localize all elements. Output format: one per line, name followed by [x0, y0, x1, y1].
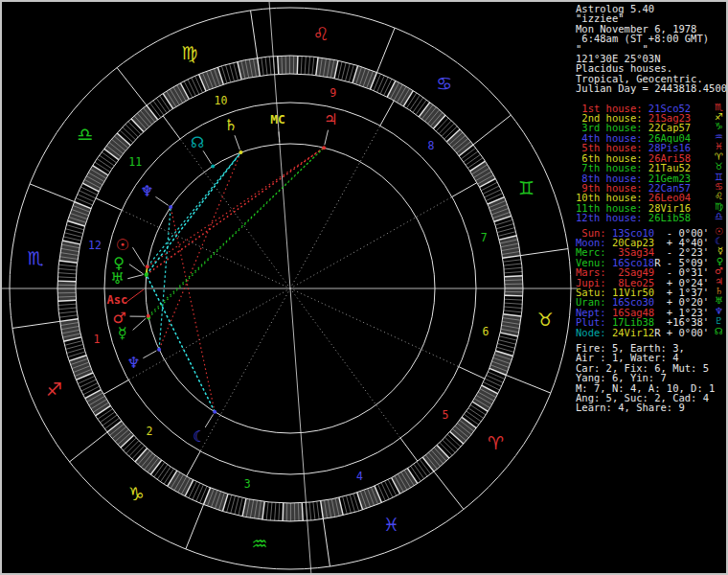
house-number-2: 2 — [147, 425, 153, 438]
planet-dot-mars — [147, 314, 150, 318]
sign-glyph-leo: ♌ — [313, 23, 330, 44]
degree-tick — [283, 503, 284, 521]
planet-dot-uranus — [145, 273, 148, 277]
planet-position-value: 24Vir12 — [612, 327, 654, 338]
element-summary: Fire: 5, Earth: 3,Air : 1, Water: 4Car: … — [576, 343, 725, 413]
planet-glyph-neptune: ♆ — [126, 354, 140, 372]
planet-dot-node — [211, 164, 215, 168]
degree-band-sector — [57, 281, 76, 301]
planet-glyph-node: ☊ — [191, 133, 204, 151]
planet-glyph-saturn: ♄ — [224, 116, 238, 134]
house-number-3: 3 — [244, 477, 251, 491]
planet-icon: ☊ — [715, 327, 723, 336]
planet-dot-neptune — [157, 348, 161, 352]
house-number-12: 12 — [88, 239, 102, 252]
planet-dot-pluto — [169, 205, 172, 209]
sign-glyph-cancer: ♋ — [436, 73, 452, 94]
house-number-9: 9 — [330, 86, 336, 100]
house-number-10: 10 — [215, 94, 228, 107]
house-number-6: 6 — [483, 325, 489, 338]
asc-label: Asc — [107, 293, 128, 307]
planet-glyph-uranus: ♅ — [110, 269, 124, 288]
planet-label: Node: — [576, 327, 612, 338]
planet-row: Node: 24Vir12R + 0°00'☊ — [576, 328, 725, 337]
astrolog-window: ♈♉♊♋♌♍♎♏♐♑♒♓123456789101112☉☾☿♀♂♃♄♅♆♆☊MC… — [0, 0, 728, 575]
planet-glyph-sun: ☉ — [116, 236, 129, 254]
sign-glyph-virgo: ♍ — [181, 42, 197, 63]
mc-label: MC — [270, 112, 285, 126]
planet-position-list: Sun: 13Sco10 - 0°00'☉Moon: 20Cap23 + 4°4… — [576, 228, 725, 337]
sign-glyph-aries: ♈ — [488, 432, 504, 453]
house-number-1: 1 — [93, 333, 100, 346]
degree-band-sector — [278, 56, 298, 74]
sign-glyph-aquarius: ♒ — [251, 533, 267, 554]
house-row: 12th house: 26Lib58♎ — [576, 213, 725, 222]
planet-glyph-moon: ☾ — [193, 427, 206, 446]
degree-tick — [505, 295, 523, 296]
degree-tick — [297, 56, 298, 74]
planet-dot-moon — [213, 410, 216, 414]
house-number-11: 11 — [128, 155, 142, 169]
degree-tick — [57, 281, 76, 282]
degree-band-sector — [283, 503, 303, 521]
sign-glyph-sagittarius: ♐ — [46, 379, 62, 400]
planet-dot-sun — [146, 264, 149, 268]
house-number-4: 4 — [356, 470, 363, 483]
zodiac-sign-icon: ♎ — [715, 212, 723, 221]
zodiac-sign-icon: ♉ — [715, 162, 723, 172]
house-number-7: 7 — [481, 231, 488, 244]
house-cusp-list: 1st house: 21Sco52♏ 2nd house: 21Sag23♐ … — [576, 104, 725, 223]
planet-icon: ♂ — [715, 266, 723, 276]
summary-line: Learn: 4, Share: 9 — [576, 402, 725, 412]
sign-glyph-gemini: ♊ — [518, 177, 535, 198]
house-number-5: 5 — [442, 408, 448, 422]
house-cusp-value: 26Lib58 — [648, 212, 691, 223]
planet-dot-saturn — [239, 150, 242, 154]
sign-glyph-libra: ♎ — [77, 124, 93, 145]
daily-motion-value: + 0°00' — [661, 327, 710, 338]
chart-header: Astrolog 5.40"izziee"Mon November 6, 197… — [576, 4, 725, 94]
house-number-8: 8 — [428, 139, 435, 152]
info-panel: Astrolog 5.40"izziee"Mon November 6, 197… — [576, 4, 725, 413]
house-label: 12th house: — [576, 212, 648, 223]
planet-glyph-jupiter: ♃ — [324, 110, 337, 128]
degree-band-sector — [505, 276, 523, 296]
sign-glyph-pisces: ♓ — [383, 514, 399, 535]
sign-glyph-scorpio: ♏ — [27, 247, 43, 268]
planet-dot-jupiter — [322, 146, 326, 150]
sign-glyph-taurus: ♉ — [537, 309, 554, 330]
sign-glyph-capricorn: ♑ — [128, 483, 145, 504]
planet-glyph-mars: ♂ — [112, 309, 125, 327]
natal-chart-wheel: ♈♉♊♋♌♍♎♏♐♑♒♓123456789101112☉☾☿♀♂♃♄♅♆♆☊MC… — [1, 1, 578, 575]
header-line: Julian Day = 2443818.4500 — [576, 83, 725, 93]
